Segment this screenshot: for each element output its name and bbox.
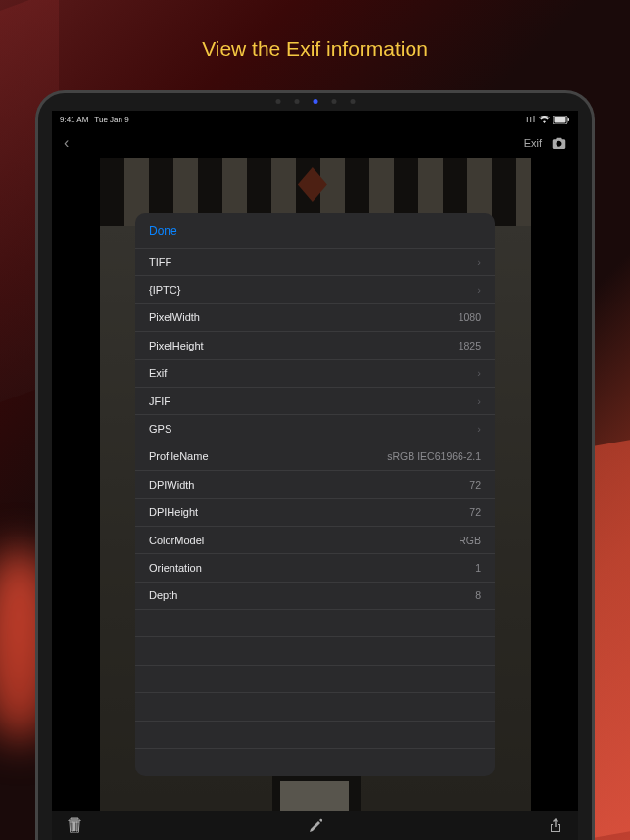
screen: 9:41 AM Tue Jan 9 ııl ‹ Exif — [52, 111, 578, 840]
exif-toggle-label[interactable]: Exif — [524, 137, 542, 149]
exif-info-panel: Done TIFF›{IPTC}›PixelWidth1080PixelHeig… — [135, 213, 495, 776]
exif-row-gps[interactable]: GPS› — [135, 415, 495, 443]
status-date: Tue Jan 9 — [94, 116, 128, 124]
ipad-device-frame: 9:41 AM Tue Jan 9 ııl ‹ Exif — [35, 90, 595, 840]
exif-row-orientation: Orientation1 — [135, 554, 495, 582]
exif-row-depth: Depth8 — [135, 583, 495, 610]
exif-row-label: Orientation — [149, 562, 202, 574]
exif-row-value: sRGB IEC61966-2.1 — [387, 450, 481, 462]
status-bar: 9:41 AM Tue Jan 9 ııl — [52, 111, 578, 128]
exif-row-label: JFIF — [149, 396, 170, 407]
exif-row-label: PixelWidth — [149, 311, 200, 323]
exif-row-jfif[interactable]: JFIF› — [135, 388, 495, 415]
empty-row — [135, 693, 495, 721]
exif-row-label: GPS — [149, 423, 171, 435]
exif-row-label: DPIHeight — [149, 506, 198, 518]
exif-row-label: Depth — [149, 589, 177, 601]
exif-row-dpiwidth: DPIWidth72 — [135, 471, 495, 498]
signal-icon: ııl — [526, 115, 536, 124]
edit-icon[interactable] — [309, 817, 322, 833]
exif-row-label: DPIWidth — [149, 479, 194, 490]
exif-row-value: 8 — [475, 589, 481, 601]
exif-row-value: 1 — [475, 562, 481, 574]
exif-row-pixelwidth: PixelWidth1080 — [135, 304, 495, 332]
exif-row-label: ProfileName — [149, 450, 209, 462]
done-button[interactable]: Done — [149, 224, 177, 238]
exif-row-label: Exif — [149, 367, 167, 379]
exif-row-label: {IPTC} — [149, 284, 180, 296]
exif-row-pixelheight: PixelHeight1825 — [135, 332, 495, 359]
exif-row-label: PixelHeight — [149, 340, 204, 351]
bottom-toolbar — [52, 811, 578, 840]
exif-row-value: 72 — [469, 506, 481, 518]
status-time: 9:41 AM — [60, 116, 88, 124]
exif-row-dpiheight: DPIHeight72 — [135, 499, 495, 527]
battery-icon — [553, 116, 570, 124]
svg-rect-2 — [568, 118, 570, 121]
share-icon[interactable] — [549, 817, 562, 833]
exif-row-value: 1825 — [459, 340, 481, 351]
empty-row — [135, 637, 495, 665]
empty-row — [135, 666, 495, 693]
exif-row-label: TIFF — [149, 257, 171, 268]
exif-row-profilename: ProfileNamesRGB IEC61966-2.1 — [135, 443, 495, 471]
trash-icon[interactable] — [68, 817, 81, 833]
exif-row-tiff[interactable]: TIFF› — [135, 249, 495, 276]
chevron-right-icon: › — [477, 284, 481, 296]
empty-row — [135, 610, 495, 637]
back-button[interactable]: ‹ — [64, 134, 69, 152]
empty-row — [135, 722, 495, 749]
exif-row-value: 72 — [469, 479, 481, 490]
exif-row-colormodel: ColorModelRGB — [135, 527, 495, 554]
exif-row-value: RGB — [459, 535, 481, 546]
exif-row-iptc[interactable]: {IPTC}› — [135, 276, 495, 303]
empty-row — [135, 749, 495, 776]
exif-row-label: ColorModel — [149, 535, 204, 546]
svg-rect-1 — [555, 117, 566, 122]
camera-icon[interactable] — [552, 137, 566, 149]
exif-row-value: 1080 — [459, 311, 481, 323]
nav-bar: ‹ Exif — [52, 128, 578, 158]
wifi-icon — [539, 116, 550, 123]
chevron-right-icon: › — [477, 367, 481, 379]
page-title: View the Exif information — [0, 37, 630, 61]
chevron-right-icon: › — [477, 257, 481, 268]
chevron-right-icon: › — [477, 423, 481, 435]
chevron-right-icon: › — [477, 396, 481, 407]
exif-row-exif[interactable]: Exif› — [135, 360, 495, 388]
